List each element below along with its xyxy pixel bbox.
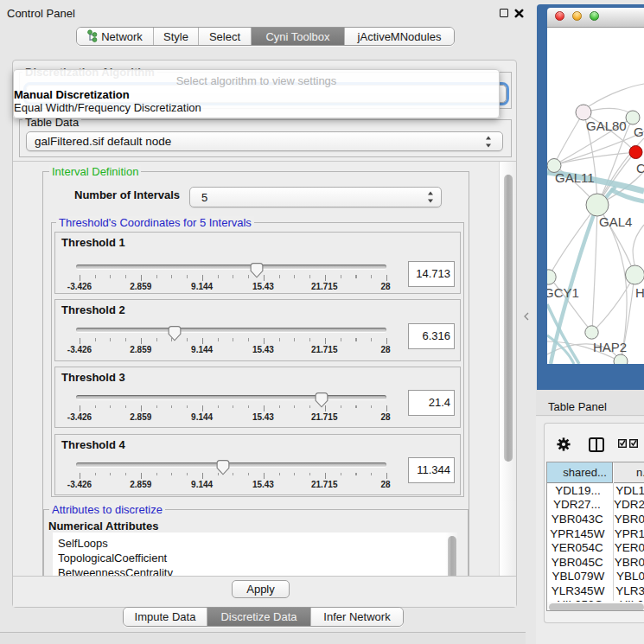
svg-text:G...: G...	[634, 124, 644, 139]
svg-text:H: H	[635, 285, 644, 300]
svg-text:GAL11: GAL11	[555, 170, 595, 185]
svg-text:GAL80: GAL80	[586, 118, 627, 133]
svg-text:GAL4: GAL4	[599, 214, 632, 229]
svg-text:C: C	[636, 161, 644, 175]
svg-text:HAP2: HAP2	[593, 340, 627, 354]
svg-text:GCY1: GCY1	[547, 285, 579, 300]
